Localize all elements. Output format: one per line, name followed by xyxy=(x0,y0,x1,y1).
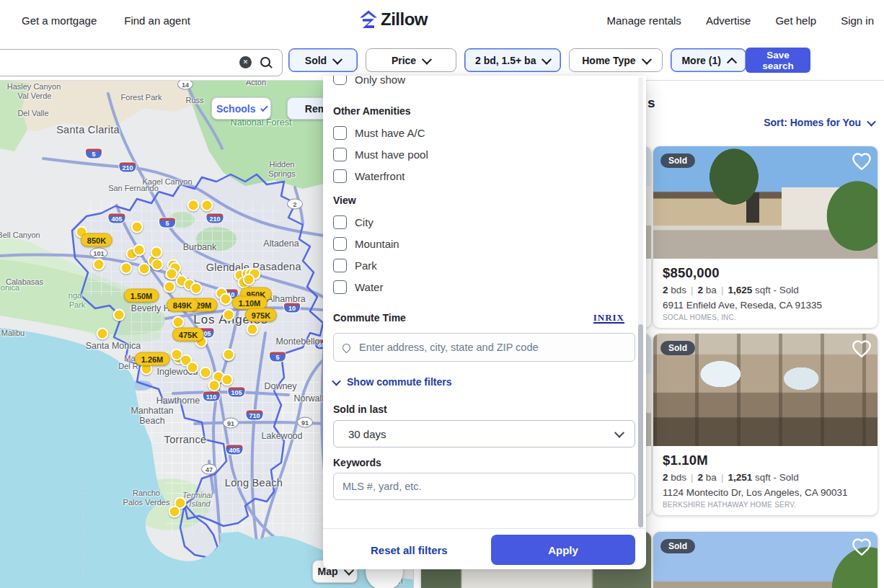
top-nav: Get a mortgageFind an agent Zillow Manag… xyxy=(0,0,884,42)
listing-price-pin[interactable]: 475K xyxy=(172,328,204,342)
listing-address: 1124 Montecito Dr, Los Angeles, CA 90031 xyxy=(663,487,868,498)
checkbox-row[interactable]: Must have pool xyxy=(333,148,636,161)
schools-button[interactable]: Schools xyxy=(211,97,271,120)
section-title-keywords: Keywords xyxy=(333,457,381,468)
listing-specs: 2 bds|2 ba|1,251 sqft - Sold xyxy=(663,472,868,483)
nav-link[interactable]: Find an agent xyxy=(124,14,190,27)
listing-info: $850,000 2 bds|2 ba|1,625 sqft - Sold 69… xyxy=(653,259,878,321)
checkbox-row[interactable]: Park xyxy=(333,259,636,272)
sold-in-last-select[interactable]: 30 days xyxy=(333,420,635,447)
heart-icon[interactable] xyxy=(852,339,872,362)
chevron-icon xyxy=(727,57,737,67)
chip-label: Price xyxy=(392,55,416,66)
listing-broker: SOCAL HOMES, INC. xyxy=(663,313,868,321)
checkbox[interactable] xyxy=(333,280,347,294)
section-title-view: View xyxy=(333,195,356,206)
listing-info: $1.10M 2 bds|2 ba|1,251 sqft - Sold 1124… xyxy=(653,446,878,509)
filter-chip[interactable]: Sold xyxy=(288,48,358,72)
listing-broker: BERKSHIRE HATHAWAY HOME SERV. xyxy=(663,501,868,509)
location-pin-icon xyxy=(341,342,353,353)
filter-chip[interactable]: 2 bd, 1.5+ ba xyxy=(464,48,561,72)
listing-price-pin[interactable]: 1.50M xyxy=(124,289,159,303)
apply-button[interactable]: Apply xyxy=(491,535,635,565)
section-title-commute: Commute Time xyxy=(333,312,406,324)
listing-price-pin[interactable]: 849K xyxy=(167,298,198,312)
chip-label: 2 bd, 1.5+ ba xyxy=(475,55,536,66)
listing-address: 6911 Enfield Ave, Reseda, CA 91335 xyxy=(663,300,868,311)
clear-search-icon[interactable] xyxy=(239,56,252,68)
checkbox[interactable] xyxy=(333,215,347,229)
chevron-down-icon xyxy=(332,376,341,386)
amenities-options: Must have A/C Must have pool Waterfront xyxy=(323,126,626,191)
section-title-sold-in-last: Sold in last xyxy=(333,404,387,415)
listing-price-pin[interactable]: 850K xyxy=(81,233,112,247)
checkbox[interactable] xyxy=(333,169,347,183)
listing-photo: Sold xyxy=(653,146,878,259)
listing-price-pin[interactable]: 975K xyxy=(245,308,277,322)
chip-label: Sold xyxy=(305,55,327,66)
checkbox-row[interactable]: Waterfront xyxy=(333,169,636,183)
heart-icon[interactable] xyxy=(852,151,872,174)
chip-label: More (1) xyxy=(681,55,720,66)
sort-dropdown[interactable]: Sort: Homes for You xyxy=(764,117,875,128)
filter-bar: Sold Price 2 bd, 1.5+ ba Home Type More … xyxy=(0,41,884,81)
chevron-icon xyxy=(332,54,342,64)
chevron-icon xyxy=(642,54,652,64)
checkbox[interactable] xyxy=(333,237,347,251)
filter-chip[interactable]: More (1) xyxy=(671,48,746,72)
save-search-button[interactable]: Save search xyxy=(746,48,810,73)
search-icon[interactable] xyxy=(260,57,270,67)
listing-photo: Sold xyxy=(653,334,878,446)
listing-card[interactable]: Sold $1.10M 2 bds|2 ba|1,251 sqft - Sold… xyxy=(653,334,878,515)
zillow-logo[interactable]: Zillow xyxy=(359,9,428,30)
chip-label: Home Type xyxy=(582,55,635,66)
chevron-down-icon xyxy=(261,104,268,111)
status-badge: Sold xyxy=(660,153,695,168)
nav-link[interactable]: Get a mortgage xyxy=(22,14,97,27)
search-input[interactable] xyxy=(0,50,217,76)
heart-icon[interactable] xyxy=(852,537,872,560)
checkbox-row[interactable]: Water xyxy=(333,280,636,294)
nav-right: Manage rentalsAdvertiseGet helpSign in xyxy=(606,0,874,41)
section-title-amenities: Other Amenities xyxy=(333,105,411,117)
nav-link[interactable]: Manage rentals xyxy=(606,14,681,27)
checkbox-row-only-show[interactable]: Only show xyxy=(333,76,405,86)
more-filters-panel: Only show Other Amenities Must have A/C … xyxy=(323,76,646,569)
filter-chips: Sold Price 2 bd, 1.5+ ba Home Type More … xyxy=(288,48,746,72)
chevron-down-icon xyxy=(867,117,876,126)
listing-card[interactable]: Sold $850,000 2 bds|2 ba|1,625 sqft - So… xyxy=(653,146,878,328)
nav-link[interactable]: Get help xyxy=(775,14,816,27)
chevron-icon xyxy=(542,54,552,64)
filters-scroll-area: Only show Other Amenities Must have A/C … xyxy=(323,76,646,528)
keywords-input[interactable] xyxy=(333,473,635,500)
checkbox[interactable] xyxy=(333,259,347,272)
nav-left: Get a mortgageFind an agent xyxy=(22,0,190,41)
zillow-house-icon xyxy=(359,10,378,29)
logo-text: Zillow xyxy=(381,9,428,30)
checkbox-row[interactable]: City xyxy=(333,215,636,229)
commute-address-input[interactable] xyxy=(358,341,626,354)
listing-price: $850,000 xyxy=(663,265,868,281)
show-commute-filters-link[interactable]: Show commute filters xyxy=(333,376,451,388)
commute-address-field xyxy=(333,333,635,362)
reset-all-filters-button[interactable]: Reset all filters xyxy=(366,543,452,557)
nav-link[interactable]: Sign in xyxy=(841,14,874,27)
checkbox[interactable] xyxy=(333,76,347,85)
listing-price-pin[interactable]: 1.26M xyxy=(135,352,170,366)
checkbox-row[interactable]: Must have A/C xyxy=(333,126,636,140)
status-badge: Sold xyxy=(660,341,695,355)
filter-chip[interactable]: Price xyxy=(366,48,456,72)
inrix-logo: INRIX xyxy=(593,313,624,324)
checkbox[interactable] xyxy=(333,148,347,161)
chevron-icon xyxy=(422,54,432,64)
listing-card[interactable]: Sold xyxy=(653,532,878,588)
panel-scrollbar-thumb[interactable] xyxy=(638,324,643,527)
status-badge: Sold xyxy=(660,539,695,553)
search-box xyxy=(0,49,283,76)
checkbox-row[interactable]: Mountain xyxy=(333,237,636,251)
nav-link[interactable]: Advertise xyxy=(706,14,751,27)
filter-chip[interactable]: Home Type xyxy=(569,48,663,72)
listing-price: $1.10M xyxy=(663,453,868,468)
results-heading-partial: s xyxy=(647,95,655,111)
checkbox[interactable] xyxy=(333,126,347,140)
